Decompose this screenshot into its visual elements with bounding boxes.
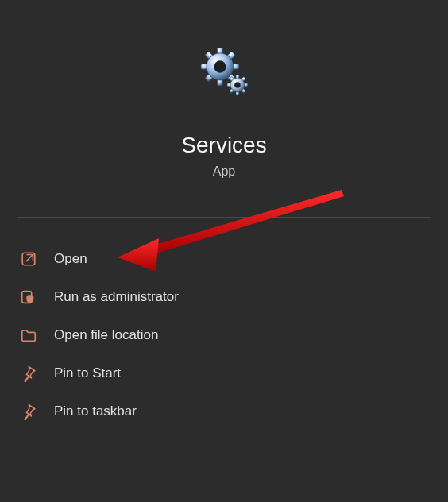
menu-item-label: Run as administrator	[54, 289, 179, 305]
svg-point-9	[214, 61, 226, 73]
menu-item-pin-to-start[interactable]: Pin to Start	[17, 354, 431, 392]
menu-item-open[interactable]: Open	[17, 240, 431, 278]
open-icon	[17, 248, 40, 270]
services-app-icon	[196, 44, 252, 99]
menu-item-pin-to-taskbar[interactable]: Pin to taskbar	[17, 392, 431, 431]
app-icon-wrap	[0, 0, 448, 99]
menu-list: Open Run as administrator Open file loca…	[0, 240, 448, 431]
app-subtitle: App	[0, 164, 448, 179]
menu-item-label: Pin to Start	[54, 365, 121, 381]
menu-item-label: Open file location	[54, 327, 158, 343]
menu-item-run-as-administrator[interactable]: Run as administrator	[17, 278, 431, 316]
divider	[17, 217, 431, 218]
menu-item-open-file-location[interactable]: Open file location	[17, 316, 431, 354]
menu-item-label: Open	[54, 251, 87, 267]
app-title: Services	[0, 133, 448, 158]
menu-item-label: Pin to taskbar	[54, 404, 137, 419]
pin-icon	[17, 400, 40, 423]
admin-shield-icon	[17, 286, 40, 308]
context-panel: Services App Open Run as administrator	[0, 0, 448, 502]
folder-icon	[17, 324, 40, 346]
svg-point-19	[234, 82, 241, 88]
pin-icon	[17, 362, 40, 384]
